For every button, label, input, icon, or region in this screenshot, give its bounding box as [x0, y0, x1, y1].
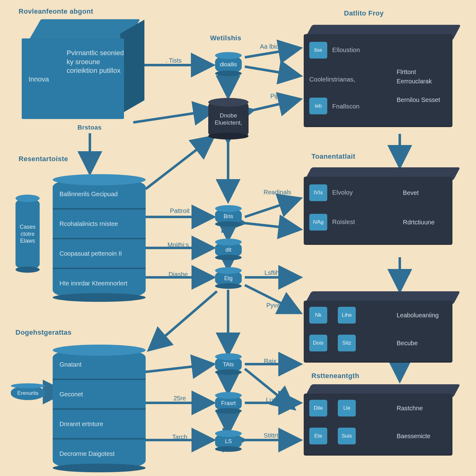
- block3-right-2: Becube: [397, 339, 418, 347]
- cyl-resen-0: Ballinnerils Gecipuad: [60, 191, 118, 198]
- edge-disshe: Diashe: [169, 271, 188, 278]
- svg-line-17: [245, 223, 301, 229]
- block4-right-1: Rastchne: [397, 404, 423, 412]
- block3-right-1: Leabolueaniing: [397, 311, 439, 319]
- edge-readinals: Readinals: [264, 189, 291, 196]
- edge-sttrtch: Stittrtch: [264, 432, 285, 439]
- chip-llse: llse: [309, 42, 327, 59]
- chip-sitz: Sitz: [338, 335, 356, 351]
- node-ls-label: LS: [225, 438, 232, 445]
- chip-ieb: ieb: [309, 98, 327, 114]
- heading-rster: Rstteneantgth: [311, 372, 359, 380]
- node-etg: Etg: [215, 270, 242, 286]
- pillar-cases: Cases ctotre Elaws: [15, 198, 40, 270]
- edge-25re: 25re: [174, 395, 186, 402]
- cyl-dogeh: Gnatant Geconet Dnraret ertnture Decrorm…: [53, 350, 146, 468]
- node-frasrt: Frasrt: [215, 395, 242, 411]
- chip-ivis: IVIs: [309, 184, 327, 201]
- cyl-resen-3: Hte innrdar Kteemnorlert: [60, 280, 127, 287]
- pillar-text: Cases ctotre Elaws: [20, 223, 35, 245]
- edge-aabidgs: Aa lbidgs: [260, 43, 285, 50]
- edge-pyvate: Pyvate: [266, 302, 285, 309]
- svg-line-16: [245, 198, 301, 217]
- node-tats: TAts: [215, 356, 242, 372]
- block-2: IVIs Elvoloy Bevet iVAg Roislest Rdrtcti…: [304, 167, 452, 248]
- svg-line-19: [245, 285, 301, 313]
- cyl-resen-1: Rcohalalinicts rnistee: [60, 220, 118, 227]
- cyl-dogeh-2: Dnraret ertnture: [60, 421, 103, 428]
- block2-right-1: Bevet: [403, 189, 419, 197]
- node-frasrt-label: Frasrt: [221, 400, 236, 407]
- node-dit: dit: [215, 242, 242, 258]
- chip-lihe: Lihe: [338, 307, 356, 324]
- edge-pattoit: Pattroit: [170, 207, 189, 214]
- chip-dile: Dile: [309, 400, 327, 416]
- cyl-resen-2: Coopasuat pettenoin II: [60, 250, 122, 257]
- node-etg-label: Etg: [224, 275, 232, 282]
- block2-right-2: Rdrtctiuune: [403, 218, 434, 226]
- heading-dogeh: Dogehstgerattas: [15, 328, 72, 337]
- cap-elvoloy: Elvoloy: [332, 189, 353, 196]
- cap-fnallscon: Fnallscon: [332, 103, 359, 110]
- chip-nk: Nk: [309, 307, 327, 324]
- node-dloallis-label: dloallis: [220, 61, 237, 68]
- edge-lusn: Lusn: [266, 396, 279, 403]
- cube-body: Pvirnantlic seonied ky sroeune corieikti…: [67, 49, 126, 75]
- edge-mnihis: Mnithi:s: [168, 241, 189, 249]
- cyl-resen: Ballinnerils Gecipuad Rcohalalinicts rni…: [53, 180, 146, 298]
- block-1: llse Elloustion Coolelirstrianas, ieb Fn…: [304, 25, 452, 130]
- cyl-dogeh-3: Decrorme Daigotest: [60, 450, 115, 457]
- block4-right-2: Baessenicte: [397, 432, 430, 440]
- node-bris: Bris: [215, 208, 242, 224]
- node-dark-label: Dnobe Elueictent,: [215, 112, 242, 126]
- block1-right-0: Flrttont: [397, 68, 452, 76]
- heading-top-right: Datlito Froy: [344, 9, 384, 17]
- heading-toan: Toanentatlait: [311, 152, 355, 161]
- svg-line-7: [146, 136, 214, 189]
- cube-below-label: Brstoas: [77, 124, 102, 131]
- tiny-disc-erenurits: Erenurits: [11, 386, 45, 400]
- heading-top-left: Rovleanfeonte abgont: [19, 7, 93, 15]
- heading-resen: Resentartoiste: [19, 155, 68, 163]
- edge-pieler: Pijeler: [270, 93, 288, 100]
- chip-lle: Lle: [338, 400, 356, 416]
- edge-tists: . Tists: [165, 57, 182, 64]
- svg-line-3: [245, 67, 301, 76]
- svg-line-21: [149, 291, 217, 350]
- block-4: Dile Lle Rastchne Ete Suis Baessenicte: [304, 384, 452, 459]
- heading-wetilshis: Wetilshis: [210, 34, 241, 42]
- chip-suis: Suis: [338, 428, 356, 444]
- cap-elloustion: Elloustion: [332, 46, 360, 54]
- svg-line-28: [146, 364, 214, 372]
- node-dloallis: dloallis: [215, 55, 242, 74]
- chip-ivag: iVAg: [309, 214, 327, 231]
- edge-parts: Parts: [396, 269, 410, 276]
- node-ls: LS: [215, 433, 242, 449]
- chip-ete: Ete: [309, 428, 327, 444]
- node-tats-label: TAts: [223, 361, 234, 368]
- block1-right-2: Bernilou Sesset: [397, 96, 452, 104]
- cube-side-label: Innova: [29, 75, 56, 84]
- edge-rak2: Raix 2: [264, 358, 282, 365]
- edge-lstiht: Lsftiht: [264, 269, 281, 276]
- cap-coolel: Coolelirstrianas,: [309, 76, 355, 83]
- svg-line-0: [133, 110, 215, 122]
- cap-roislest: Roislest: [332, 218, 355, 226]
- edge-tarch: Tarch: [172, 434, 187, 441]
- svg-line-4: [253, 99, 301, 110]
- chip-dois: Dois: [309, 335, 327, 351]
- cyl-dogeh-1: Geconet: [60, 391, 83, 398]
- cyl-dogeh-0: Gnatant: [60, 361, 82, 368]
- block1-right-1: Eerrouclarak: [397, 77, 452, 85]
- tiny-disc-label: Erenurits: [17, 390, 38, 396]
- node-dit-label: dit: [225, 247, 231, 253]
- node-bris-label: Bris: [224, 213, 233, 220]
- node-dark-center: Dnobe Elueictent,: [208, 102, 249, 136]
- block-3: Nk ↔ Lihe Leabolueaniing Dois ↔ Sitz Bec…: [304, 291, 452, 366]
